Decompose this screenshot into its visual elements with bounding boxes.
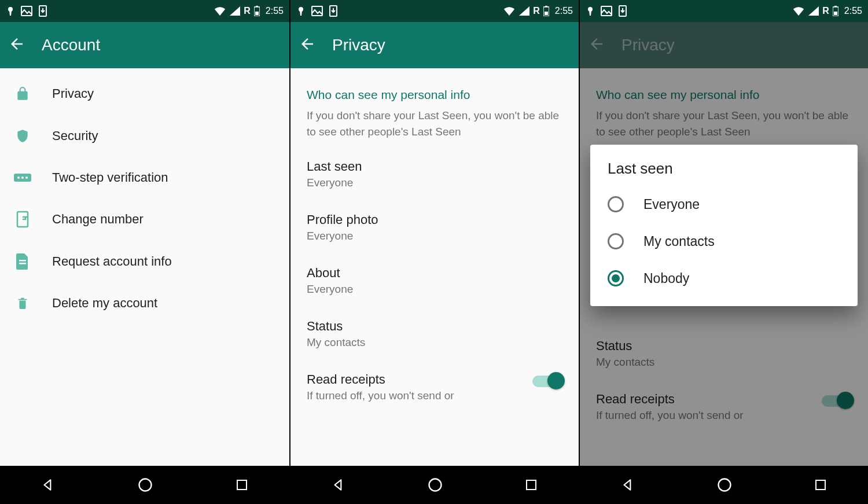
status-time: 2:55 <box>266 6 284 16</box>
download-icon <box>618 5 627 17</box>
nav-back-button[interactable] <box>41 477 56 492</box>
svg-point-9 <box>25 176 28 179</box>
status-time: 2:55 <box>555 6 573 16</box>
nav-home-button[interactable] <box>716 477 733 493</box>
phone-screen-account: R 2:55 Account Privacy Security Two-step… <box>0 0 289 504</box>
privacy-item-last-seen[interactable]: Last seen Everyone <box>290 148 579 201</box>
dialog-option-label: Nobody <box>643 271 689 286</box>
download-icon <box>329 5 338 17</box>
battery-icon <box>254 6 260 16</box>
privacy-item-about[interactable]: About Everyone <box>290 254 579 307</box>
dialog-option-label: My contacts <box>643 234 715 249</box>
battery-icon <box>543 6 549 16</box>
privacy-list: Who can see my personal info If you don'… <box>290 68 579 466</box>
account-item-security[interactable]: Security <box>0 115 289 157</box>
dialog-title: Last seen <box>590 160 858 186</box>
shield-icon <box>14 127 31 145</box>
nav-back-button[interactable] <box>620 477 635 492</box>
account-item-privacy[interactable]: Privacy <box>0 73 289 115</box>
document-icon <box>14 253 31 270</box>
navigation-bar <box>0 466 289 504</box>
network-label: R <box>244 6 251 16</box>
download-icon <box>38 5 47 17</box>
svg-point-21 <box>429 479 442 491</box>
read-receipts-toggle[interactable] <box>532 376 562 387</box>
privacy-item-caption: If turned off, you won't send or <box>307 389 454 402</box>
privacy-item-status[interactable]: Status My contacts <box>290 307 579 360</box>
sim-icon <box>14 211 31 228</box>
privacy-item-value: Everyone <box>307 283 562 296</box>
phone-screen-privacy-dialog: R 2:55 Privacy Who can see my personal i… <box>579 0 868 504</box>
svg-rect-11 <box>19 260 26 262</box>
dialog-option-my-contacts[interactable]: My contacts <box>590 223 858 260</box>
radio-checked-icon <box>608 270 624 286</box>
lock-icon <box>14 86 31 102</box>
image-icon <box>601 6 612 16</box>
privacy-item-read-receipts[interactable]: Read receipts If turned off, you won't s… <box>290 360 579 414</box>
nav-back-button[interactable] <box>331 477 346 492</box>
keyhole-icon <box>6 5 15 17</box>
nav-recent-button[interactable] <box>814 478 827 492</box>
nav-recent-button[interactable] <box>235 478 249 492</box>
account-item-label: Privacy <box>52 86 94 101</box>
svg-rect-30 <box>816 480 825 490</box>
section-header-personal-info: Who can see my personal info <box>290 73 579 108</box>
nav-home-button[interactable] <box>427 477 443 493</box>
dialog-option-label: Everyone <box>643 197 700 212</box>
account-item-request-info[interactable]: Request account info <box>0 241 289 282</box>
keyhole-icon <box>586 5 595 17</box>
cell-signal-icon <box>230 6 240 16</box>
privacy-item-value: Everyone <box>307 176 562 189</box>
network-label: R <box>533 6 540 16</box>
status-bar: R 2:55 <box>580 0 868 22</box>
navigation-bar <box>290 466 579 504</box>
nav-recent-button[interactable] <box>524 478 538 492</box>
app-bar: Account <box>0 22 289 68</box>
back-button[interactable] <box>299 35 316 55</box>
account-item-label: Request account info <box>52 254 172 269</box>
back-button[interactable] <box>8 35 25 55</box>
status-bar: R 2:55 <box>0 0 289 22</box>
page-title: Account <box>42 36 100 54</box>
network-label: R <box>822 6 829 16</box>
wifi-icon <box>792 6 805 16</box>
svg-point-8 <box>21 176 24 179</box>
navigation-bar <box>580 466 868 504</box>
keyhole-icon <box>296 5 306 17</box>
last-seen-dialog: Last seen Everyone My contacts Nobody <box>590 145 858 306</box>
account-item-change-number[interactable]: Change number <box>0 198 289 241</box>
radio-unchecked-icon <box>608 233 624 249</box>
radio-unchecked-icon <box>608 196 624 212</box>
cell-signal-icon <box>519 6 529 16</box>
privacy-item-title: Profile photo <box>307 212 562 227</box>
svg-point-29 <box>719 479 731 491</box>
privacy-item-profile-photo[interactable]: Profile photo Everyone <box>290 201 579 254</box>
dialog-option-nobody[interactable]: Nobody <box>590 260 858 297</box>
account-item-two-step[interactable]: Two-step verification <box>0 157 289 198</box>
privacy-item-value: My contacts <box>307 336 562 349</box>
svg-rect-22 <box>527 480 536 490</box>
svg-rect-28 <box>834 12 837 15</box>
privacy-item-title: Last seen <box>307 159 562 174</box>
passcode-icon <box>14 172 31 183</box>
trash-icon <box>14 295 31 311</box>
nav-home-button[interactable] <box>137 477 153 493</box>
privacy-item-title: Read receipts <box>307 372 454 387</box>
dialog-option-everyone[interactable]: Everyone <box>590 186 858 223</box>
svg-rect-20 <box>545 12 548 15</box>
account-item-label: Two-step verification <box>52 170 168 185</box>
svg-point-7 <box>17 176 20 179</box>
account-item-delete-account[interactable]: Delete my account <box>0 282 289 324</box>
battery-icon <box>833 6 838 16</box>
section-caption: If you don't share your Last Seen, you w… <box>290 108 579 148</box>
image-icon <box>21 6 32 16</box>
account-item-label: Change number <box>52 212 144 227</box>
svg-rect-5 <box>255 12 259 15</box>
privacy-item-value: Everyone <box>307 230 562 242</box>
account-item-label: Delete my account <box>52 296 157 311</box>
svg-rect-14 <box>237 480 247 490</box>
phone-screen-privacy: R 2:55 Privacy Who can see my personal i… <box>289 0 579 504</box>
svg-rect-12 <box>19 263 26 264</box>
privacy-item-title: About <box>307 266 562 281</box>
app-bar: Privacy <box>290 22 579 68</box>
